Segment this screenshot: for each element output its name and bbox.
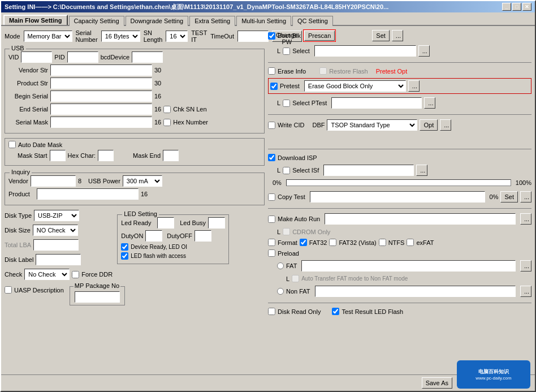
select-input[interactable] (314, 45, 416, 57)
select-checkbox[interactable] (283, 48, 290, 55)
make-auto-run-checkbox[interactable] (268, 216, 275, 223)
erase-info-checkbox[interactable] (268, 67, 275, 75)
tab-qc-setting[interactable]: QC Setting (292, 16, 333, 26)
disk-type-label: Disk Type (5, 212, 32, 219)
auto-date-mask-label: Auto Date Mask (18, 141, 62, 148)
preload-checkbox[interactable] (268, 249, 275, 257)
select-isf-input[interactable] (323, 165, 414, 176)
select-extra-button[interactable]: ... (418, 45, 430, 57)
fat32-vista-checkbox[interactable] (329, 239, 336, 246)
uasp-checkbox[interactable] (5, 286, 12, 294)
auto-transfer-row: L Auto Transfer FAT mode to Non FAT mode (286, 275, 531, 282)
check-select[interactable]: No Check (24, 269, 70, 280)
disk-type-select[interactable]: USB-ZIP (34, 210, 79, 221)
tab-capacity-setting[interactable]: Capacity Setting (69, 16, 124, 26)
boot-blk-checkbox[interactable] (268, 32, 275, 40)
boot-blk-extra-button[interactable]: ... (392, 30, 403, 41)
write-cid-checkbox[interactable] (268, 122, 275, 129)
chk-sn-len-checkbox[interactable] (163, 106, 171, 113)
vendor-str-label: Vendor Str (8, 67, 48, 74)
download-isp-checkbox[interactable] (268, 154, 275, 161)
product-str-input[interactable]: USB DISK (50, 77, 152, 89)
force-ddr-checkbox[interactable] (72, 271, 79, 278)
duty-off-input[interactable]: 0 (194, 230, 211, 242)
led-flash-checkbox[interactable] (121, 252, 128, 260)
disk-size-select[interactable]: NO Check (33, 225, 78, 236)
usb-power-select[interactable]: 300 mA (123, 175, 162, 187)
duty-on-input[interactable]: 0 (145, 230, 162, 242)
maximize-button[interactable]: □ (512, 3, 521, 11)
copy-test-checkbox[interactable] (268, 193, 275, 201)
dbf-select[interactable]: TSOP Standard Type (327, 119, 417, 131)
minimize-button[interactable]: _ (502, 3, 511, 11)
mode-select[interactable]: Memory Bar (24, 31, 72, 42)
pretest-extra-button[interactable]: ... (408, 80, 420, 92)
auto-transfer-checkbox[interactable] (292, 275, 299, 282)
end-serial-input[interactable]: AA04012799999999 (50, 104, 152, 115)
fat-input[interactable] (301, 260, 516, 272)
save-as-button[interactable]: Save As (422, 377, 452, 389)
select-ptest-input[interactable] (331, 97, 422, 109)
non-fat-input[interactable] (315, 286, 516, 297)
tab-extra-setting[interactable]: Extra Setting (189, 16, 235, 26)
hex-number-label: Hex Number (173, 119, 208, 126)
serial-mask-input[interactable]: AA############## (50, 117, 152, 128)
led-ready-input[interactable]: 3 (157, 217, 174, 229)
copy-test-set-button[interactable]: Set (500, 191, 518, 203)
pid-input[interactable]: 1000 (67, 51, 98, 63)
fat32-checkbox[interactable] (300, 239, 307, 246)
serial-number-select[interactable]: 16 Bytes (101, 31, 140, 42)
select-isf-extra-button[interactable]: ... (416, 165, 427, 176)
sn-length-select[interactable]: 16 (166, 31, 188, 42)
opt-button[interactable]: Opt (420, 119, 438, 131)
copy-test-extra-button[interactable]: ... (520, 191, 531, 203)
total-lba-input[interactable]: 0 (33, 239, 79, 251)
begin-serial-input[interactable]: AA00000000010835 (50, 91, 152, 102)
copy-test-input[interactable] (310, 191, 485, 203)
tab-main-flow-setting[interactable]: Main Flow Setting (3, 15, 68, 25)
mask-params-row: Mask Start 3 Hex Char: Mask End 10 (18, 150, 261, 161)
ntfs-checkbox[interactable] (379, 239, 386, 246)
mask-start-input[interactable]: 3 (50, 150, 66, 161)
device-ready-checkbox[interactable] (121, 243, 128, 251)
inquiry-vendor-input[interactable]: SMI (31, 175, 76, 187)
select-ptest-checkbox[interactable] (283, 100, 290, 107)
led-busy-input[interactable]: 48 (208, 217, 225, 229)
test-result-led-checkbox[interactable] (332, 308, 339, 315)
vendor-str-input[interactable]: SMI Corporation (50, 64, 152, 76)
hex-number-checkbox[interactable] (163, 119, 171, 126)
disk-type-row: Disk Type USB-ZIP (5, 210, 113, 221)
non-fat-radio[interactable] (277, 288, 284, 295)
timeout-input[interactable]: 10000 (237, 31, 269, 42)
restore-flash-checkbox[interactable] (319, 67, 327, 75)
cdrom-only-checkbox[interactable] (283, 228, 290, 235)
make-auto-run-input[interactable] (325, 213, 516, 225)
tab-downgrade-setting[interactable]: Downgrade Setting (126, 16, 189, 26)
mask-end-input[interactable]: 10 (163, 150, 179, 161)
tab-multi-lun-setting[interactable]: Multi-lun Setting (236, 16, 291, 26)
write-cid-extra-button[interactable]: ... (440, 119, 451, 131)
select-isf-checkbox[interactable] (283, 167, 290, 174)
close-button[interactable]: ✕ (522, 3, 531, 11)
pretest-select[interactable]: Erase Good Block Only (304, 80, 406, 92)
bcd-input[interactable]: 1100 (132, 51, 163, 63)
vid-input[interactable]: 090C (21, 51, 52, 63)
fat-radio[interactable] (277, 262, 284, 269)
inquiry-product-input[interactable]: USB DISK (37, 188, 139, 200)
exfat-checkbox[interactable] (407, 239, 414, 246)
prescan-button[interactable]: Prescan (304, 31, 335, 41)
led-flash-label: LED flash with access (131, 253, 186, 259)
mp-package-input[interactable]: M1107v1 (75, 291, 120, 303)
select-ptest-extra-button[interactable]: ... (424, 97, 435, 109)
make-auto-run-extra-button[interactable]: ... (520, 213, 531, 225)
non-fat-extra-button[interactable]: ... (520, 286, 531, 297)
disk-label-input[interactable]: USB DISK (36, 254, 81, 265)
auto-date-mask-checkbox[interactable] (8, 141, 16, 148)
hex-char-input[interactable] (98, 150, 114, 161)
disk-read-only-checkbox[interactable] (268, 308, 275, 315)
pretest-checkbox[interactable] (270, 83, 278, 90)
fat-extra-button[interactable]: ... (520, 260, 531, 272)
set-button[interactable]: Set (372, 30, 390, 41)
disk-section: Disk Type USB-ZIP Disk Size NO Check Tot… (5, 210, 265, 282)
format-checkbox[interactable] (268, 239, 275, 246)
